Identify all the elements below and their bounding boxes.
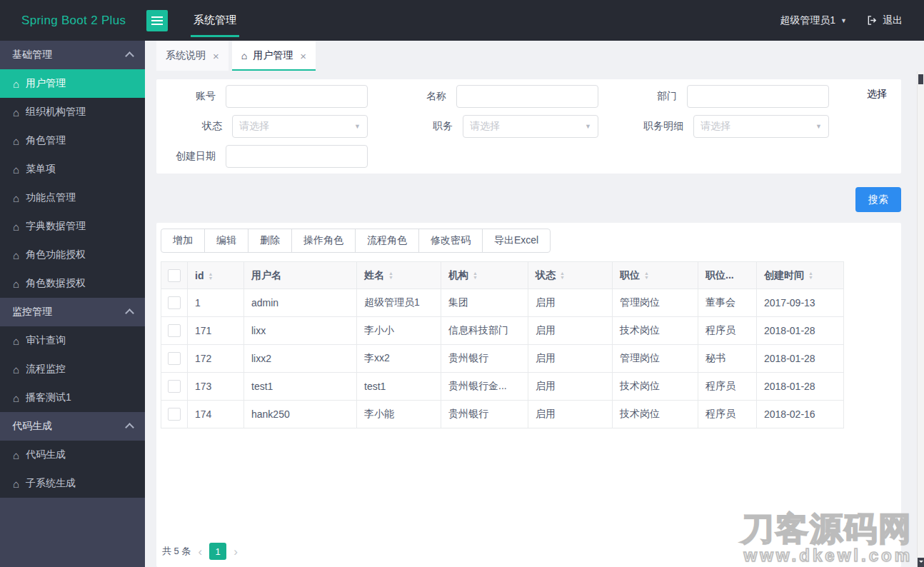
account-input[interactable] (226, 85, 368, 108)
home-icon: ⌂ (13, 279, 19, 289)
page-1[interactable]: 1 (209, 543, 226, 560)
app-root: Spring Boot 2 Plus 系统管理 超级管理员1 ▼ 退 (0, 0, 924, 567)
toolbar-button-4[interactable]: 流程角色 (355, 229, 419, 253)
position-detail-select[interactable]: 请选择 ▼ (693, 115, 829, 138)
sidebar-item-label: 播客测试1 (26, 391, 71, 404)
form-row-3: 创建日期 (165, 145, 893, 168)
select-all-checkbox[interactable] (168, 269, 181, 282)
sort-icon[interactable]: ▲▼ (473, 271, 478, 280)
close-icon[interactable]: × (213, 50, 219, 62)
column-header-3[interactable]: 机构▲▼ (441, 262, 528, 289)
sidebar-item-0-3[interactable]: ⌂菜单项 (0, 155, 145, 184)
sidebar-item-0-1[interactable]: ⌂组织机构管理 (0, 98, 145, 126)
next-page-button[interactable]: › (232, 546, 239, 558)
cell-2-0: 172 (188, 345, 244, 373)
cell-1-0: 171 (188, 317, 244, 345)
cell-0-0: 1 (188, 289, 244, 317)
vertical-scrollbar[interactable] (917, 71, 924, 567)
cell-3-7: 2018-01-28 (757, 373, 844, 401)
home-icon: ⌂ (13, 193, 19, 204)
cell-0-4: 启用 (528, 289, 613, 317)
row-select-cell (161, 373, 188, 401)
sort-icon[interactable]: ▲▼ (388, 271, 393, 280)
cell-4-7: 2018-02-16 (757, 401, 844, 428)
row-checkbox[interactable] (168, 408, 181, 421)
choose-department-link[interactable]: 选择 (867, 85, 887, 102)
column-header-2[interactable]: 姓名▲▼ (357, 262, 441, 289)
sidebar-item-1-1[interactable]: ⌂流程监控 (0, 355, 145, 383)
search-button[interactable]: 搜索 (855, 187, 901, 212)
cell-2-5: 管理岗位 (613, 345, 698, 373)
row-select-cell (161, 317, 188, 345)
sidebar-item-0-0[interactable]: ⌂用户管理 (0, 69, 145, 98)
table-header-row: id▲▼用户名姓名▲▼机构▲▼状态▲▼职位▲▼职位...创建时间▲▼ (161, 262, 844, 289)
logout-button[interactable]: 退出 (867, 14, 903, 27)
home-icon: ⌂ (13, 364, 19, 375)
row-checkbox[interactable] (168, 380, 181, 393)
user-dropdown[interactable]: 超级管理员1 ▼ (780, 14, 847, 27)
row-checkbox[interactable] (168, 296, 181, 309)
sidebar-section-1[interactable]: 监控管理 (0, 298, 145, 326)
sort-icon[interactable]: ▲▼ (560, 271, 565, 280)
sidebar-item-label: 字典数据管理 (26, 220, 86, 233)
table-row-2: 172lixx2李xx2贵州银行启用管理岗位秘书2018-01-28 (161, 345, 844, 373)
column-label: id (195, 270, 204, 281)
table-panel: 增加编辑删除操作角色流程角色修改密码导出Excel id▲▼用户名姓名▲▼机构▲… (156, 223, 901, 567)
sidebar-submenu-0: ⌂用户管理⌂组织机构管理⌂角色管理⌂菜单项⌂功能点管理⌂字典数据管理⌂角色功能授… (0, 69, 145, 298)
sidebar-item-1-0[interactable]: ⌂审计查询 (0, 326, 145, 355)
table-row-0: 1admin超级管理员1集团启用管理岗位董事会2017-09-13 (161, 289, 844, 317)
toolbar-button-6[interactable]: 导出Excel (482, 229, 551, 253)
column-header-0[interactable]: id▲▼ (188, 262, 244, 289)
toolbar-button-1[interactable]: 编辑 (204, 229, 248, 253)
select-all-header (161, 262, 188, 289)
sort-icon[interactable]: ▲▼ (808, 271, 813, 280)
row-checkbox[interactable] (168, 352, 181, 365)
table-row-3: 173test1test1贵州银行金...启用技术岗位程序员2018-01-28 (161, 373, 844, 401)
sort-desc-icon: ▼ (560, 276, 565, 280)
position-label: 职务 (396, 120, 463, 133)
sidebar-item-0-2[interactable]: ⌂角色管理 (0, 126, 145, 155)
column-header-5[interactable]: 职位▲▼ (613, 262, 698, 289)
cell-3-6: 程序员 (698, 373, 757, 401)
scrollbar-down-button[interactable] (918, 558, 924, 567)
row-checkbox[interactable] (168, 324, 181, 337)
tab-item-1[interactable]: ⌂用户管理× (232, 41, 316, 71)
column-label: 职位 (620, 269, 640, 281)
sidebar-item-0-7[interactable]: ⌂角色数据授权 (0, 269, 145, 298)
status-select[interactable]: 请选择 ▼ (232, 115, 368, 138)
toolbar-button-0[interactable]: 增加 (161, 229, 205, 253)
chevron-down-icon: ▼ (815, 123, 822, 130)
scrollbar-thumb[interactable] (918, 74, 923, 84)
nav-item-system-management[interactable]: 系统管理 (191, 0, 239, 41)
column-header-4[interactable]: 状态▲▼ (528, 262, 613, 289)
toolbar-button-5[interactable]: 修改密码 (418, 229, 483, 253)
sidebar-section-0[interactable]: 基础管理 (0, 41, 145, 69)
close-icon[interactable]: × (300, 50, 306, 62)
name-input[interactable] (456, 85, 598, 108)
column-header-7[interactable]: 创建时间▲▼ (757, 262, 844, 289)
prev-page-button[interactable]: ‹ (196, 546, 204, 558)
sidebar-item-label: 审计查询 (26, 334, 66, 347)
department-label: 部门 (626, 90, 687, 103)
sidebar-section-2[interactable]: 代码生成 (0, 412, 145, 441)
toolbar-button-2[interactable]: 删除 (248, 229, 292, 253)
sidebar-item-2-0[interactable]: ⌂代码生成 (0, 441, 145, 469)
sidebar-item-0-6[interactable]: ⌂角色功能授权 (0, 241, 145, 269)
tab-item-0[interactable]: 系统说明× (156, 41, 229, 71)
menu-toggle-button[interactable] (146, 10, 168, 31)
cell-4-4: 启用 (528, 401, 613, 428)
sort-icon[interactable]: ▲▼ (208, 272, 213, 281)
sidebar-section-label: 基础管理 (12, 49, 52, 61)
sidebar-item-1-2[interactable]: ⌂播客测试1 (0, 383, 145, 412)
create-date-input[interactable] (226, 145, 368, 168)
sidebar-item-2-1[interactable]: ⌂子系统生成 (0, 469, 145, 498)
toolbar-button-3[interactable]: 操作角色 (291, 229, 356, 253)
position-select[interactable]: 请选择 ▼ (463, 115, 598, 138)
sidebar-item-label: 流程监控 (26, 363, 66, 376)
sort-icon[interactable]: ▲▼ (644, 271, 649, 280)
form-row-1: 账号 名称 部门 选择 (165, 85, 893, 108)
sidebar-item-0-5[interactable]: ⌂字典数据管理 (0, 212, 145, 241)
sidebar-item-0-4[interactable]: ⌂功能点管理 (0, 184, 145, 212)
form-row-2: 状态 请选择 ▼ 职务 请选择 ▼ 职务明细 (165, 115, 893, 138)
department-input[interactable] (687, 85, 829, 108)
